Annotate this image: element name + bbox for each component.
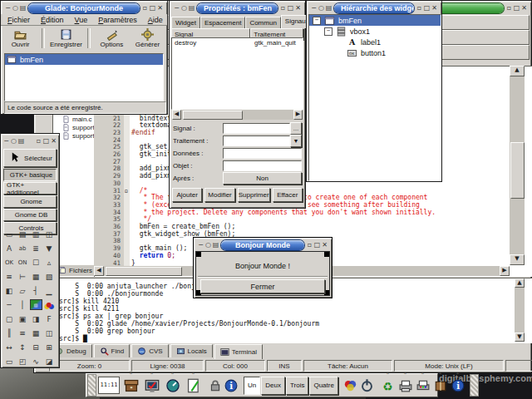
palette-progressbar-icon[interactable]: ▱ [16, 283, 29, 298]
workspace-Trois[interactable]: Trois [286, 377, 308, 395]
selector-button[interactable]: Sélecteur [3, 149, 57, 167]
palette-gtktable-icon[interactable]: ▦ [29, 326, 42, 340]
palette-vseparator-icon[interactable]: │ [16, 298, 29, 312]
bonjour-titlebar[interactable]: −○▤ Bonjour Monde ▫□✕ [194, 238, 332, 251]
launcher-info-icon-4[interactable]: i [450, 375, 466, 396]
ellipsis-button[interactable]: … [290, 122, 302, 135]
palette-category-Gnome[interactable]: Gnome [3, 195, 57, 208]
signal-input[interactable] [223, 123, 290, 134]
menu-Édition[interactable]: Édition [41, 16, 64, 24]
palette-table-icon[interactable]: ▦ [29, 269, 42, 283]
ajouter-button[interactable]: Ajouter [172, 188, 202, 202]
selection-handle[interactable] [324, 252, 329, 257]
terminal-vscrollbar[interactable]: ▲ ▼ [515, 278, 525, 342]
palette-statusbar-icon[interactable]: ▁ [42, 283, 56, 298]
toolbar-open-button[interactable]: Ouvrir [2, 28, 38, 48]
shade-icon[interactable]: ○ [204, 241, 212, 249]
tab-Espacement[interactable]: Espacement [200, 17, 245, 28]
minimize-icon[interactable]: − [310, 4, 318, 12]
palette-entry-icon[interactable]: ab [16, 241, 29, 255]
palette-category-GTK+ additionnel[interactable]: GTK+ additionnel [3, 182, 57, 195]
glade-titlebar[interactable]: −○▤ Glade: BonjourMonde ▫□✕ [1, 1, 167, 14]
launcher-gauge-icon[interactable] [163, 375, 183, 396]
close-icon[interactable]: ✕ [321, 241, 328, 249]
stick-icon[interactable]: ▫ [141, 4, 149, 12]
supprimer-button[interactable]: Supprimer [238, 188, 270, 202]
palette-clist-icon[interactable]: ▧ [42, 269, 56, 283]
toolbar-save-button[interactable]: Enregistrer [48, 28, 84, 48]
file-item-main.c[interactable]: main.c [62, 116, 92, 123]
palette-hruler-icon[interactable]: ⊟ [29, 340, 42, 354]
palette-handlebox-icon[interactable]: ◫ [42, 227, 56, 241]
minimize-icon[interactable]: − [197, 241, 204, 249]
données-input[interactable] [223, 148, 302, 159]
objet-input[interactable] [223, 160, 302, 171]
menu-icon[interactable]: ▤ [212, 241, 219, 249]
tree-item-label1[interactable]: Alabel1 [309, 37, 441, 47]
modifier-button[interactable]: Modifier [204, 188, 234, 202]
palette-curve-icon[interactable]: ∿ [29, 354, 42, 368]
expander-icon[interactable]: − [324, 27, 332, 36]
menu-icon[interactable]: ▤ [325, 4, 332, 12]
palette-button-icon[interactable]: OK [2, 255, 16, 269]
close-icon[interactable]: ✕ [431, 4, 438, 12]
palette-hscale-icon[interactable]: ┤ [29, 283, 42, 298]
widget-tree[interactable]: −bmFen−vbox1Alabel1OKbutton1 [308, 14, 441, 181]
launcher-printer-color-icon-2[interactable] [415, 375, 431, 396]
close-icon[interactable]: ✕ [520, 4, 528, 12]
palette-hbox-icon[interactable]: ║ [2, 326, 16, 340]
tab-terminal[interactable]: Terminal [214, 344, 263, 359]
palette-titlebar[interactable]: −○▤ ▫□✕ [1, 134, 59, 147]
launcher-package-icon-3[interactable] [432, 375, 449, 396]
shade-icon[interactable]: ○ [180, 4, 188, 12]
launcher-monitor-icon[interactable] [142, 375, 162, 396]
palette-aspectframe-icon[interactable]: ◰ [16, 354, 29, 368]
palette-fontdialog-icon[interactable]: F [42, 312, 56, 326]
palette-category-GTK+ basique[interactable]: GTK+ basique [3, 169, 57, 181]
palette-textview-icon[interactable]: ≣ [29, 241, 42, 255]
close-icon[interactable]: ✕ [50, 137, 57, 145]
minimize-icon[interactable]: − [173, 4, 180, 12]
stick-icon[interactable]: ▫ [505, 4, 513, 12]
shade-icon[interactable]: ○ [10, 137, 17, 145]
palette-menubar-icon[interactable]: ▤ [16, 227, 29, 241]
launcher-recycle-icon-0[interactable]: ♻ [380, 375, 397, 396]
menu-Aide[interactable]: Aide [148, 16, 163, 24]
stick-icon[interactable]: ▫ [279, 4, 287, 12]
dropdown-button[interactable]: ▼ [290, 135, 302, 147]
palette-vruler-icon[interactable]: ⊞ [42, 340, 56, 354]
palette-checkbutton-icon[interactable]: ☐ [29, 255, 42, 269]
palette-hseparator-icon[interactable]: ─ [2, 298, 16, 312]
selection-handle[interactable] [196, 252, 201, 257]
menu-Fichier[interactable]: Fichier [7, 16, 30, 24]
hierarchy-titlebar[interactable]: −○▤ Hiérarchie des widgets ▫□✕ [307, 1, 441, 14]
shade-icon[interactable]: ○ [318, 4, 325, 12]
fermer-button[interactable]: Fermer [200, 279, 325, 293]
expander-icon[interactable]: − [313, 17, 321, 25]
palette-category-Gnome DB[interactable]: Gnome DB [3, 209, 57, 221]
tree-item-button1[interactable]: OKbutton1 [309, 47, 441, 58]
palette-tree-icon[interactable]: ⊢ [16, 269, 29, 283]
workspace-Deux[interactable]: Deux [261, 377, 285, 395]
maximize-icon[interactable]: □ [513, 4, 520, 12]
minimize-icon[interactable]: − [2, 137, 10, 145]
panel-hide-button-right[interactable] [470, 374, 479, 397]
palette-colorpicker-icon[interactable]: ● [42, 298, 56, 312]
signal-row[interactable]: destroygtk_main_quit [172, 38, 303, 47]
close-icon[interactable]: ✕ [294, 4, 302, 12]
minimize-icon[interactable]: − [4, 4, 12, 12]
maximize-icon[interactable]: □ [423, 4, 431, 12]
palette-label-icon[interactable]: A [2, 241, 16, 255]
applet-colorwheel-icon[interactable] [343, 378, 357, 392]
launcher-drawer-icon[interactable] [121, 375, 141, 396]
palette-vbox-icon[interactable]: ≡ [16, 326, 29, 340]
palette-spinbutton-icon[interactable]: ▵ [42, 255, 56, 269]
tab-Widget[interactable]: Widget [171, 17, 200, 28]
maximize-icon[interactable]: □ [149, 4, 156, 12]
menu-icon[interactable]: ▤ [19, 4, 27, 12]
launcher-printer-icon-1[interactable] [397, 375, 414, 396]
toolbar-build-button[interactable]: Générer [130, 28, 165, 48]
panel-hide-button-left[interactable] [87, 374, 96, 397]
workspace-Un[interactable]: Un [244, 377, 260, 395]
palette-combo-icon[interactable]: ▼ [42, 241, 56, 255]
